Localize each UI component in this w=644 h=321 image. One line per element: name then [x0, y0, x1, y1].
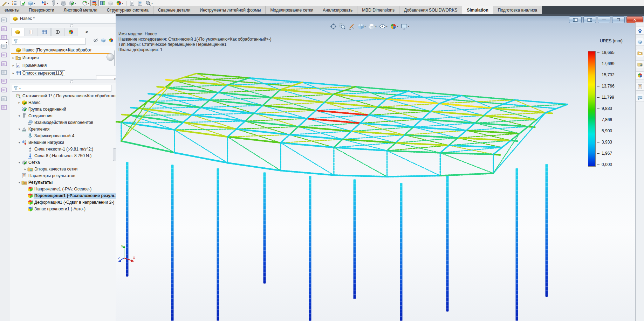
task-pane-forum-icon[interactable] — [636, 94, 644, 102]
tree-item-зафиксированный-4[interactable]: Зафиксированный-4 — [10, 132, 116, 139]
expand-arrow-icon[interactable]: ▸ — [11, 71, 15, 75]
report-button[interactable] — [128, 0, 136, 6]
mesh-tools-button[interactable]: ▾ — [68, 0, 77, 6]
hide-show-column-icon[interactable] — [93, 38, 98, 43]
tree-item-напряжение1[interactable]: σНапряжение1 (-P/A: Осевое-) — [10, 186, 116, 192]
show-featuremanager-pane-button[interactable] — [569, 16, 582, 23]
expand-arrow-icon[interactable]: ▸ — [23, 167, 27, 171]
expand-arrow-icon[interactable]: ▾ — [17, 181, 21, 184]
fm-tab-propertymanager[interactable] — [25, 28, 37, 36]
ribbon-tab-simulation[interactable]: Simulation — [462, 6, 493, 14]
featuremanager-panel: Навес * < Навес (По умолчанию<Как обрабо… — [10, 14, 116, 321]
tree-item-группа[interactable]: Группа соединений — [10, 106, 116, 112]
tree-item-эпюра[interactable]: ▸Эпюра качества сетки — [10, 166, 116, 172]
tree-item-статический[interactable]: Статический 1* (-По умолчанию<Как обрабо… — [10, 92, 116, 99]
edit-tool-button[interactable]: ▾ — [1, 0, 10, 6]
tree-item-label: Взаимодействия компонентов — [34, 120, 95, 125]
tree-item-результаты[interactable]: ▾Результаты — [10, 179, 116, 186]
study-check-button[interactable] — [19, 0, 26, 6]
task-pane-home-icon[interactable] — [636, 27, 644, 35]
section-view-icon[interactable] — [348, 23, 355, 30]
results-advisor-button[interactable]: ▾ — [81, 0, 90, 6]
ribbon-tab-подготовка-анализа[interactable]: Подготовка анализа — [493, 6, 542, 14]
restore-button[interactable]: ❐ — [612, 16, 625, 23]
tree-item-соединения[interactable]: ▾Соединения — [10, 112, 116, 119]
fm-tab-configurations[interactable] — [38, 28, 51, 36]
include-image-report-button[interactable] — [136, 0, 144, 6]
collapse-panel-chevron[interactable]: < — [85, 29, 88, 35]
tree-item-label: Сила-8 (:На объект: 8 750 N:) — [34, 153, 93, 158]
tree-item-деформация1[interactable]: εДеформация1 (-Сдвиг в направлении 2-) — [10, 199, 116, 205]
ribbon-tab-ементы[interactable]: ементы — [0, 6, 24, 14]
ribbon-tab-анализировать[interactable]: Анализировать — [318, 6, 357, 14]
tree-item-внешние[interactable]: ▾Внешние нагрузки — [10, 139, 116, 146]
feature-filter-input[interactable] — [12, 38, 85, 45]
task-pane-properties-icon[interactable] — [636, 83, 644, 91]
ribbon-tab-поверхности[interactable]: Поверхности — [24, 6, 59, 14]
minimize-button[interactable]: — — [598, 16, 610, 23]
expand-arrow-icon[interactable]: ▸ — [11, 64, 15, 67]
tree-item-сетка[interactable]: ▾Сетка — [10, 159, 116, 166]
model-setup-button[interactable]: ▾ — [27, 0, 36, 6]
tree-item-сила[interactable]: Сила тяжести-1 (:-9,81 m/s^2:) — [10, 146, 116, 152]
edit-appearance-icon[interactable]: ▾ — [390, 23, 398, 30]
tree-item-крепления[interactable]: ▾Крепления — [10, 126, 116, 132]
displacement-plot-button[interactable] — [91, 0, 98, 6]
edit-plot-appearance-button[interactable]: ▾ — [115, 0, 124, 6]
expand-arrow-icon[interactable]: ▸ — [17, 101, 21, 104]
ribbon-tab-добавления-solidworks[interactable]: Добавления SOLIDWORKS — [399, 6, 463, 14]
task-pane-explorer-icon[interactable] — [636, 60, 644, 68]
graphics-viewport[interactable]: —❐✕ ▾▾▾▾▾ Имя модели: Навес Название исс… — [116, 14, 644, 321]
tree-item-взаимодействия[interactable]: Взаимодействия компонентов — [10, 119, 116, 126]
ribbon-tab-моделирование-сетки[interactable]: Моделирование сетки — [266, 6, 318, 14]
expand-arrow-icon[interactable]: ▾ — [17, 161, 21, 164]
show-display-pane-button[interactable] — [583, 16, 596, 23]
zoom-fit-icon[interactable] — [330, 23, 337, 30]
tree-item-навес[interactable]: Навес (По умолчанию<Как обработ — [10, 46, 116, 54]
external-loads-advisor-button[interactable]: ▾ — [40, 0, 49, 6]
tree-item-перемещение1[interactable]: uПеремещение1 (-Расположение результата-… — [10, 192, 116, 199]
display-style-column-icon[interactable] — [101, 38, 106, 43]
expand-arrow-icon[interactable]: ▸ — [11, 56, 15, 60]
view-orientation-icon[interactable]: ▾ — [357, 23, 366, 30]
plot-tools-ghost-button[interactable] — [107, 0, 115, 6]
legend-color-bar — [588, 51, 596, 167]
legend-tick-label: 1,967 — [597, 151, 615, 156]
view-settings-icon[interactable]: ▾ — [401, 23, 409, 30]
shell-manager-button[interactable] — [60, 0, 67, 6]
model-name-line: Имя модели: Навес — [118, 32, 272, 37]
expand-arrow-icon[interactable]: ▾ — [17, 114, 21, 118]
ribbon-tab-листовой-металл[interactable]: Листовой металл — [59, 6, 102, 14]
tree-item-примечания[interactable]: ▸AПримечания — [10, 62, 116, 69]
appearance-swatch[interactable] — [107, 53, 114, 61]
simulation-evaluator-button[interactable]: Q▾ — [144, 0, 154, 6]
task-pane-appearances-icon[interactable] — [636, 71, 644, 79]
tree-item-параметры[interactable]: Параметры результатов — [10, 172, 116, 179]
appearance-column-icon[interactable] — [109, 38, 114, 43]
tree-item-запас[interactable]: #Запас прочности1 (-Авто-) — [10, 205, 116, 212]
ribbon-tab-структурная-система[interactable]: Структурная система — [102, 6, 153, 14]
expand-arrow-icon[interactable]: ▾ — [17, 141, 21, 144]
fm-tab-dimxpert[interactable] — [51, 28, 64, 36]
zoom-area-icon[interactable] — [339, 23, 346, 30]
compare-results-button[interactable] — [99, 0, 107, 6]
design-insight-button[interactable] — [11, 0, 18, 6]
connections-advisor-button[interactable]: ▾ — [50, 0, 59, 6]
tree-item-навес[interactable]: ▸Навес — [10, 99, 116, 106]
hide-show-items-icon[interactable]: ▾ — [379, 23, 388, 30]
tree-item-сила-8[interactable]: Сила-8 (:На объект: 8 750 N:) — [10, 152, 116, 159]
expand-arrow-icon[interactable]: ▾ — [17, 127, 21, 131]
tree-item-label: Навес (По умолчанию<Как обработ — [22, 48, 93, 53]
task-pane-library-icon[interactable] — [636, 49, 644, 57]
display-style-icon[interactable]: ▾ — [368, 23, 377, 30]
task-pane-resources-icon[interactable] — [636, 38, 644, 46]
ribbon-tab-mbd-dimensions[interactable]: MBD Dimensions — [357, 6, 399, 14]
tree-item-история[interactable]: ▸История — [10, 54, 116, 62]
ribbon-tab-сварные-детали[interactable]: Сварные детали — [153, 6, 196, 14]
propertymanager-splitter[interactable] — [10, 23, 116, 27]
study-tree-splitter[interactable] — [10, 79, 116, 83]
fm-tab-featuremanager[interactable] — [11, 28, 24, 36]
study-filter-input[interactable]: ▾ — [12, 85, 111, 92]
fm-tab-display-manager[interactable] — [64, 28, 77, 36]
ribbon-tab-инструменты-литейной-формы[interactable]: Инструменты литейной формы — [195, 6, 266, 14]
